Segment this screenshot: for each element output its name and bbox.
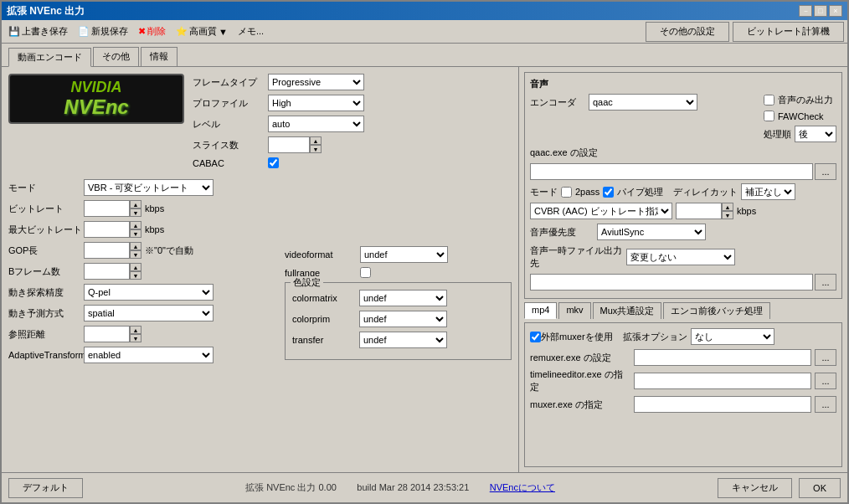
audio-temp-browse-btn[interactable]: ...: [815, 274, 836, 291]
transfer-label: transfer: [292, 335, 359, 345]
tab-other[interactable]: その他: [93, 47, 139, 66]
mode-select[interactable]: VBR - 可変ビットレート: [84, 179, 214, 196]
ref-up-btn[interactable]: ▲: [130, 326, 142, 334]
ref-input[interactable]: 6: [84, 326, 130, 342]
motion-select[interactable]: Q-pel: [84, 284, 214, 301]
videoformat-label: videoformat: [285, 249, 360, 260]
audio-mode-select[interactable]: CVBR (AAC) ビットレート指定: [530, 203, 672, 219]
profile-select[interactable]: High: [268, 95, 364, 111]
remuxer-browse-btn[interactable]: ...: [815, 349, 836, 366]
delay-select[interactable]: 補正なし: [741, 183, 795, 200]
fullrange-checkbox[interactable]: [360, 267, 371, 278]
colormatrix-select[interactable]: undef: [359, 290, 447, 306]
tab-mux-common[interactable]: Mux共通設定: [593, 302, 662, 319]
hq-menu-item[interactable]: ⭐ 高画質 ▼: [172, 23, 231, 39]
muxer-label: muxer.exe の指定: [530, 399, 630, 411]
zpass-checkbox[interactable]: [561, 187, 572, 198]
muxer-path-input[interactable]: D:¥Program Files¥aviutl¥muxer.exe: [634, 396, 811, 413]
default-btn[interactable]: デフォルト: [8, 478, 83, 498]
temp-output-select[interactable]: 変更しない: [626, 249, 735, 265]
slices-up-btn[interactable]: ▲: [310, 136, 322, 145]
timeline-row: timelineeditor.exe の指定 gram Files¥aviutl…: [530, 368, 836, 393]
bottom-info: 拡張 NVEnc 出力 0.00 build Mar 28 2014 23:53…: [83, 481, 718, 494]
bframe-input[interactable]: 4: [84, 263, 130, 280]
other-settings-btn[interactable]: その他の設定: [646, 22, 729, 42]
tab-batch[interactable]: エンコ前後バッチ処理: [663, 302, 770, 319]
gop-input[interactable]: 300: [84, 242, 130, 259]
gop-spinner: 300 ▲ ▼: [84, 242, 142, 259]
close-btn[interactable]: ×: [829, 5, 842, 17]
slices-down-btn[interactable]: ▼: [310, 145, 322, 153]
muxer-browse-btn[interactable]: ...: [815, 396, 836, 413]
bframe-down-btn[interactable]: ▼: [130, 271, 142, 280]
slices-input[interactable]: 1: [268, 136, 310, 153]
tab-info[interactable]: 情報: [141, 47, 178, 66]
frametype-select[interactable]: Progressive: [268, 74, 364, 90]
gop-down-btn[interactable]: ▼: [130, 250, 142, 259]
cancel-btn[interactable]: キャンセル: [718, 478, 792, 498]
gop-row: GOP長 300 ▲ ▼ ※"0"で自動: [8, 242, 268, 259]
ext-option-select[interactable]: なし: [691, 328, 774, 345]
bitrate-down-btn[interactable]: ▼: [130, 208, 142, 217]
adaptive-row: AdaptiveTransform enabled: [8, 347, 268, 363]
use-external-checkbox[interactable]: [530, 332, 541, 342]
gop-up-btn[interactable]: ▲: [130, 242, 142, 250]
audio-bitrate-input[interactable]: 160: [676, 203, 722, 219]
tab-mkv[interactable]: mkv: [558, 302, 590, 319]
bframe-spinner: 4 ▲ ▼: [84, 263, 142, 280]
qaac-browse-btn[interactable]: ...: [815, 163, 836, 180]
maximize-btn[interactable]: □: [814, 5, 827, 17]
timeline-path-input[interactable]: gram Files¥aviutl¥timelineeditor.exe: [634, 373, 811, 389]
delete-label: 削除: [147, 25, 166, 38]
transfer-select[interactable]: undef: [359, 332, 447, 348]
faw-check-checkbox[interactable]: [764, 111, 774, 121]
save-menu-item[interactable]: 💾 上書き保存: [5, 23, 71, 39]
memo-menu-item[interactable]: メモ...: [234, 23, 267, 39]
delete-menu-item[interactable]: ✖ 削除: [135, 23, 169, 39]
priority-label: 処理順: [764, 128, 791, 141]
audio-bitrate-down-btn[interactable]: ▼: [722, 211, 733, 219]
nvidia-logo: NVIDIA: [70, 80, 121, 96]
tab-mp4[interactable]: mp4: [524, 302, 557, 319]
max-bitrate-up-btn[interactable]: ▲: [130, 221, 142, 229]
minimize-btn[interactable]: －: [799, 5, 812, 17]
tab-info-label: 情報: [150, 51, 168, 61]
gop-note: ※"0"で自動: [145, 244, 193, 257]
ok-btn[interactable]: OK: [799, 478, 841, 498]
timeline-browse-btn[interactable]: ...: [815, 373, 836, 389]
mode-row: モード VBR - 可変ビットレート: [8, 179, 268, 196]
max-bitrate-down-btn[interactable]: ▼: [130, 229, 142, 238]
remuxer-path-input[interactable]: :¥Program Files¥aviutl¥remuxer.exe: [634, 349, 811, 366]
tab-video-encode[interactable]: 動画エンコード: [8, 48, 91, 67]
adaptive-select[interactable]: enabled: [84, 347, 214, 363]
faw-check-row: FAWCheck: [764, 111, 836, 121]
gop-spinner-btns: ▲ ▼: [130, 242, 142, 259]
audio-bitrate-up-btn[interactable]: ▲: [722, 203, 733, 211]
bitrate-input[interactable]: 6000: [84, 200, 130, 217]
ref-label: 参照距離: [8, 328, 84, 341]
bframe-up-btn[interactable]: ▲: [130, 263, 142, 271]
audio-only-checkbox[interactable]: [764, 95, 774, 105]
videoformat-select[interactable]: undef: [360, 246, 448, 263]
cabac-checkbox[interactable]: [268, 157, 279, 168]
window-controls[interactable]: － □ ×: [799, 5, 842, 17]
audio-priority-select[interactable]: AviutlSync: [597, 224, 706, 240]
level-select[interactable]: auto: [268, 116, 364, 132]
bitrate-calc-btn[interactable]: ビットレート計算機: [733, 22, 844, 42]
audio-temp-path-input[interactable]: [530, 274, 813, 291]
about-link[interactable]: NVEncについて: [490, 482, 555, 492]
max-bitrate-label: 最大ビットレート: [8, 224, 84, 236]
qaac-path-input[interactable]: D:¥Program Files¥aviutl¥qaac.exe: [530, 163, 813, 180]
pipe-checkbox[interactable]: [603, 187, 614, 198]
colorprim-select[interactable]: undef: [359, 311, 447, 327]
bitrate-up-btn[interactable]: ▲: [130, 200, 142, 208]
predict-select[interactable]: spatial: [84, 305, 214, 321]
encoder-select[interactable]: qaac: [589, 94, 697, 111]
encoder-row: エンコーダ qaac: [530, 94, 757, 111]
bottom-right-buttons: キャンセル OK: [718, 478, 841, 498]
audio-temp-file-row: ...: [530, 274, 836, 291]
ref-down-btn[interactable]: ▼: [130, 334, 142, 342]
new-save-menu-item[interactable]: 📄 新規保存: [75, 23, 131, 39]
max-bitrate-input[interactable]: 15000: [84, 221, 130, 238]
priority-select[interactable]: 後: [795, 126, 836, 142]
